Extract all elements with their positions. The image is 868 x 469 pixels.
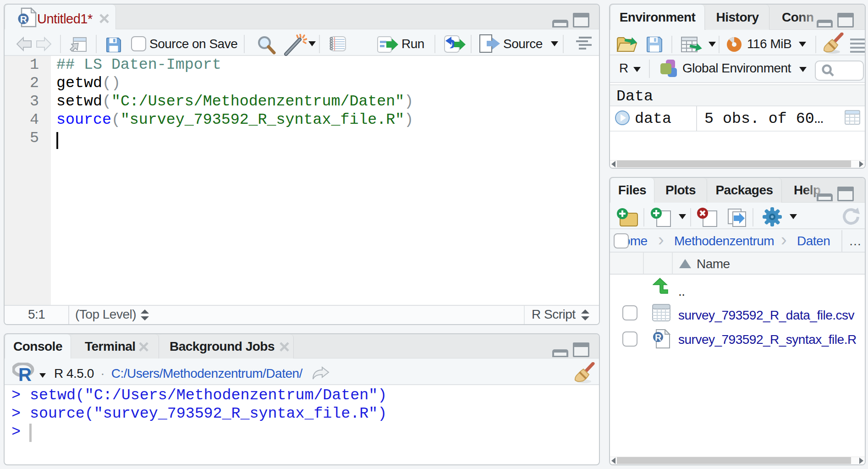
- svg-text:R: R: [18, 364, 32, 382]
- svg-text:R: R: [655, 332, 662, 342]
- svg-text:R: R: [20, 14, 27, 24]
